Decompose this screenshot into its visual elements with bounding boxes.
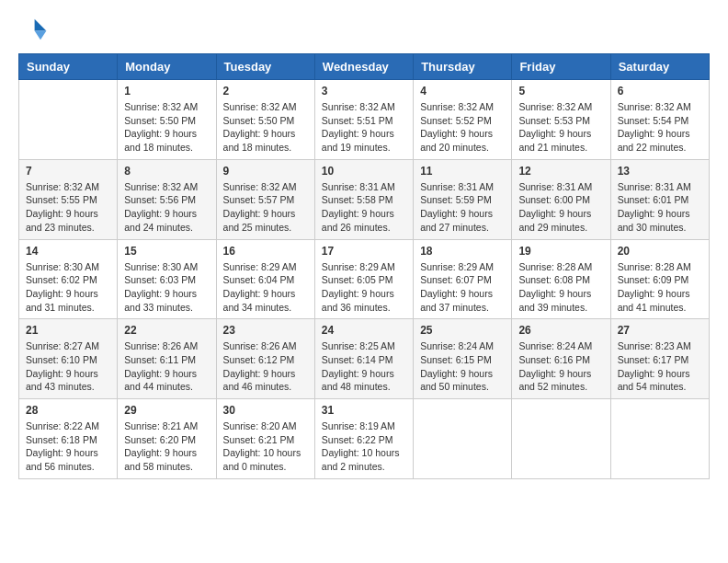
day-info: Sunrise: 8:32 AMSunset: 5:56 PMDaylight:… — [124, 180, 209, 235]
calendar-cell: 27Sunrise: 8:23 AMSunset: 6:17 PMDayligh… — [610, 319, 709, 399]
calendar-cell: 20Sunrise: 8:28 AMSunset: 6:09 PMDayligh… — [610, 239, 709, 319]
day-number: 8 — [124, 165, 209, 178]
day-number: 18 — [420, 245, 505, 258]
day-number: 31 — [322, 404, 406, 417]
day-number: 3 — [322, 85, 406, 98]
day-header-monday: Monday — [118, 54, 216, 80]
day-info: Sunrise: 8:31 AMSunset: 6:01 PMDaylight:… — [618, 180, 702, 235]
calendar-cell: 30Sunrise: 8:20 AMSunset: 6:21 PMDayligh… — [216, 399, 314, 479]
day-number: 19 — [518, 245, 603, 258]
day-info: Sunrise: 8:23 AMSunset: 6:17 PMDaylight:… — [618, 339, 702, 394]
day-header-saturday: Saturday — [610, 54, 709, 80]
day-number: 13 — [618, 165, 702, 178]
calendar-cell: 9Sunrise: 8:32 AMSunset: 5:57 PMDaylight… — [216, 159, 314, 239]
calendar-cell: 4Sunrise: 8:32 AMSunset: 5:52 PMDaylight… — [414, 80, 512, 160]
calendar-cell: 11Sunrise: 8:31 AMSunset: 5:59 PMDayligh… — [414, 159, 512, 239]
day-info: Sunrise: 8:24 AMSunset: 6:16 PMDaylight:… — [518, 339, 603, 394]
calendar-cell — [19, 80, 118, 160]
calendar-cell — [414, 399, 512, 479]
calendar-cell: 19Sunrise: 8:28 AMSunset: 6:08 PMDayligh… — [512, 239, 610, 319]
day-number: 23 — [223, 324, 308, 337]
calendar-cell: 29Sunrise: 8:21 AMSunset: 6:20 PMDayligh… — [118, 399, 216, 479]
calendar-cell: 28Sunrise: 8:22 AMSunset: 6:18 PMDayligh… — [19, 399, 118, 479]
day-number: 10 — [322, 165, 406, 178]
day-info: Sunrise: 8:30 AMSunset: 6:02 PMDaylight:… — [26, 260, 110, 315]
calendar-cell: 12Sunrise: 8:31 AMSunset: 6:00 PMDayligh… — [512, 159, 610, 239]
page: SundayMondayTuesdayWednesdayThursdayFrid… — [0, 0, 728, 498]
day-header-wednesday: Wednesday — [314, 54, 413, 80]
day-info: Sunrise: 8:31 AMSunset: 5:58 PMDaylight:… — [322, 180, 406, 235]
calendar-week-row: 14Sunrise: 8:30 AMSunset: 6:02 PMDayligh… — [19, 239, 710, 319]
day-header-sunday: Sunday — [19, 54, 118, 80]
day-info: Sunrise: 8:26 AMSunset: 6:12 PMDaylight:… — [223, 339, 308, 394]
calendar-cell: 8Sunrise: 8:32 AMSunset: 5:56 PMDaylight… — [118, 159, 216, 239]
calendar-cell: 17Sunrise: 8:29 AMSunset: 6:05 PMDayligh… — [314, 239, 413, 319]
day-info: Sunrise: 8:25 AMSunset: 6:14 PMDaylight:… — [322, 339, 406, 394]
calendar-cell: 14Sunrise: 8:30 AMSunset: 6:02 PMDayligh… — [19, 239, 118, 319]
day-info: Sunrise: 8:32 AMSunset: 5:57 PMDaylight:… — [223, 180, 308, 235]
day-header-thursday: Thursday — [414, 54, 512, 80]
calendar-cell: 18Sunrise: 8:29 AMSunset: 6:07 PMDayligh… — [414, 239, 512, 319]
day-number: 5 — [518, 85, 603, 98]
day-number: 2 — [223, 85, 308, 98]
calendar-cell — [512, 399, 610, 479]
day-number: 21 — [26, 324, 110, 337]
day-info: Sunrise: 8:30 AMSunset: 6:03 PMDaylight:… — [124, 260, 209, 315]
day-number: 30 — [223, 404, 308, 417]
calendar-cell: 23Sunrise: 8:26 AMSunset: 6:12 PMDayligh… — [216, 319, 314, 399]
day-number: 24 — [322, 324, 406, 337]
day-number: 14 — [26, 245, 110, 258]
day-info: Sunrise: 8:20 AMSunset: 6:21 PMDaylight:… — [223, 419, 308, 474]
day-info: Sunrise: 8:32 AMSunset: 5:54 PMDaylight:… — [618, 100, 702, 155]
calendar-cell: 2Sunrise: 8:32 AMSunset: 5:50 PMDaylight… — [216, 80, 314, 160]
day-info: Sunrise: 8:29 AMSunset: 6:05 PMDaylight:… — [322, 260, 406, 315]
day-number: 27 — [618, 324, 702, 337]
calendar-cell: 15Sunrise: 8:30 AMSunset: 6:03 PMDayligh… — [118, 239, 216, 319]
calendar-cell: 1Sunrise: 8:32 AMSunset: 5:50 PMDaylight… — [118, 80, 216, 160]
day-header-friday: Friday — [512, 54, 610, 80]
day-info: Sunrise: 8:32 AMSunset: 5:51 PMDaylight:… — [322, 100, 406, 155]
calendar-cell: 6Sunrise: 8:32 AMSunset: 5:54 PMDaylight… — [610, 80, 709, 160]
day-number: 1 — [124, 85, 209, 98]
calendar-cell: 26Sunrise: 8:24 AMSunset: 6:16 PMDayligh… — [512, 319, 610, 399]
calendar-cell: 21Sunrise: 8:27 AMSunset: 6:10 PMDayligh… — [19, 319, 118, 399]
day-info: Sunrise: 8:24 AMSunset: 6:15 PMDaylight:… — [420, 339, 505, 394]
day-number: 9 — [223, 165, 308, 178]
day-info: Sunrise: 8:29 AMSunset: 6:07 PMDaylight:… — [420, 260, 505, 315]
day-info: Sunrise: 8:21 AMSunset: 6:20 PMDaylight:… — [124, 419, 209, 474]
day-number: 15 — [124, 245, 209, 258]
day-number: 4 — [420, 85, 505, 98]
day-info: Sunrise: 8:32 AMSunset: 5:52 PMDaylight:… — [420, 100, 505, 155]
header — [18, 15, 710, 44]
day-info: Sunrise: 8:28 AMSunset: 6:09 PMDaylight:… — [618, 260, 702, 315]
calendar-cell: 3Sunrise: 8:32 AMSunset: 5:51 PMDaylight… — [314, 80, 413, 160]
day-number: 7 — [26, 165, 110, 178]
svg-marker-0 — [35, 19, 47, 31]
day-number: 6 — [618, 85, 702, 98]
day-info: Sunrise: 8:31 AMSunset: 5:59 PMDaylight:… — [420, 180, 505, 235]
calendar-cell: 22Sunrise: 8:26 AMSunset: 6:11 PMDayligh… — [118, 319, 216, 399]
calendar-cell: 5Sunrise: 8:32 AMSunset: 5:53 PMDaylight… — [512, 80, 610, 160]
day-info: Sunrise: 8:28 AMSunset: 6:08 PMDaylight:… — [518, 260, 603, 315]
calendar-cell: 31Sunrise: 8:19 AMSunset: 6:22 PMDayligh… — [314, 399, 413, 479]
logo — [18, 15, 51, 44]
day-info: Sunrise: 8:32 AMSunset: 5:50 PMDaylight:… — [223, 100, 308, 155]
day-number: 20 — [618, 245, 702, 258]
day-info: Sunrise: 8:22 AMSunset: 6:18 PMDaylight:… — [26, 419, 110, 474]
day-number: 17 — [322, 245, 406, 258]
calendar-cell — [610, 399, 709, 479]
calendar-cell: 13Sunrise: 8:31 AMSunset: 6:01 PMDayligh… — [610, 159, 709, 239]
day-number: 28 — [26, 404, 110, 417]
calendar-week-row: 28Sunrise: 8:22 AMSunset: 6:18 PMDayligh… — [19, 399, 710, 479]
day-info: Sunrise: 8:26 AMSunset: 6:11 PMDaylight:… — [124, 339, 209, 394]
calendar-week-row: 7Sunrise: 8:32 AMSunset: 5:55 PMDaylight… — [19, 159, 710, 239]
svg-marker-1 — [35, 31, 47, 40]
day-info: Sunrise: 8:29 AMSunset: 6:04 PMDaylight:… — [223, 260, 308, 315]
day-number: 11 — [420, 165, 505, 178]
day-number: 26 — [518, 324, 603, 337]
logo-icon — [18, 15, 48, 44]
day-info: Sunrise: 8:32 AMSunset: 5:55 PMDaylight:… — [26, 180, 110, 235]
calendar-cell: 10Sunrise: 8:31 AMSunset: 5:58 PMDayligh… — [314, 159, 413, 239]
day-info: Sunrise: 8:31 AMSunset: 6:00 PMDaylight:… — [518, 180, 603, 235]
calendar-week-row: 1Sunrise: 8:32 AMSunset: 5:50 PMDaylight… — [19, 80, 710, 160]
